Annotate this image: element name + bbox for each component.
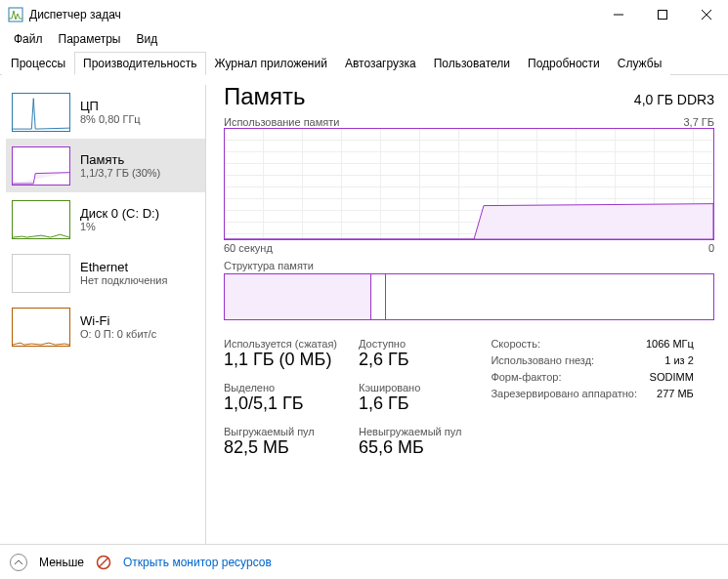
sidebar-item-disk[interactable]: Диск 0 (C: D:)1% bbox=[6, 192, 205, 246]
eth-title: Ethernet bbox=[80, 260, 167, 274]
tab-services[interactable]: Службы bbox=[609, 52, 670, 75]
tabs: Процессы Производительность Журнал прило… bbox=[0, 51, 728, 75]
comp-label: Структура памяти bbox=[224, 260, 314, 271]
close-button[interactable] bbox=[684, 0, 728, 29]
slots-val: 1 из 2 bbox=[664, 354, 694, 366]
memory-composition bbox=[224, 273, 714, 320]
sidebar: ЦП8% 0,80 ГГц Память1,1/3,7 ГБ (30%) Дис… bbox=[0, 75, 205, 554]
usage-label: Использование памяти bbox=[224, 116, 339, 128]
spec-table: Скорость:1066 МГц Использовано гнезд:1 и… bbox=[491, 338, 693, 458]
slots-label: Использовано гнезд: bbox=[491, 354, 594, 366]
tab-users[interactable]: Пользователи bbox=[425, 52, 519, 75]
tab-apphistory[interactable]: Журнал приложений bbox=[206, 52, 336, 75]
nonpaged-val: 65,6 МБ bbox=[359, 437, 461, 458]
page-title: Память bbox=[224, 83, 306, 110]
memory-sub: 1,1/3,7 ГБ (30%) bbox=[80, 167, 160, 179]
footer: Меньше Открыть монитор ресурсов bbox=[0, 544, 728, 579]
titlebar: Диспетчер задач bbox=[0, 0, 728, 29]
menu-options[interactable]: Параметры bbox=[53, 30, 127, 48]
paged-label: Выгружаемый пул bbox=[224, 426, 337, 437]
svg-rect-2 bbox=[658, 11, 666, 20]
tab-processes[interactable]: Процессы bbox=[2, 52, 74, 75]
committed-val: 1,0/5,1 ГБ bbox=[224, 393, 337, 414]
sidebar-item-wifi[interactable]: Wi-FiО: 0 П: 0 кбит/с bbox=[6, 300, 205, 353]
avail-label: Доступно bbox=[359, 338, 461, 350]
disk-title: Диск 0 (C: D:) bbox=[80, 206, 159, 221]
wifi-title: Wi-Fi bbox=[80, 313, 156, 328]
menu-view[interactable]: Вид bbox=[130, 30, 163, 48]
hw-label: Зарезервировано аппаратно: bbox=[491, 388, 637, 399]
resource-monitor-icon bbox=[96, 555, 111, 570]
inuse-label: Используется (сжатая) bbox=[224, 338, 337, 350]
hw-val: 277 МБ bbox=[657, 388, 694, 399]
sidebar-item-ethernet[interactable]: EthernetНет подключения bbox=[6, 246, 205, 300]
comp-inuse bbox=[225, 274, 371, 319]
cpu-title: ЦП bbox=[80, 99, 141, 113]
xaxis-right: 0 bbox=[708, 242, 714, 254]
window-title: Диспетчер задач bbox=[29, 8, 596, 21]
fewer-details-link[interactable]: Меньше bbox=[39, 556, 84, 569]
tab-details[interactable]: Подробности bbox=[519, 52, 609, 75]
menubar: Файл Параметры Вид bbox=[0, 29, 728, 49]
speed-label: Скорость: bbox=[491, 338, 540, 350]
minimize-button[interactable] bbox=[596, 0, 640, 29]
avail-val: 2,6 ГБ bbox=[359, 350, 461, 370]
tab-performance[interactable]: Производительность bbox=[74, 52, 205, 75]
form-val: SODIMM bbox=[650, 371, 694, 383]
sidebar-item-memory[interactable]: Память1,1/3,7 ГБ (30%) bbox=[6, 139, 205, 192]
committed-label: Выделено bbox=[224, 382, 337, 393]
fewer-details-icon[interactable] bbox=[10, 554, 27, 571]
maximize-button[interactable] bbox=[640, 0, 684, 29]
tab-startup[interactable]: Автозагрузка bbox=[336, 52, 425, 75]
eth-sub: Нет подключения bbox=[80, 274, 167, 286]
comp-standby bbox=[386, 274, 713, 319]
speed-val: 1066 МГц bbox=[646, 338, 694, 350]
xaxis-left: 60 секунд bbox=[224, 242, 273, 254]
wifi-sub: О: 0 П: 0 кбит/с bbox=[80, 328, 156, 340]
taskmgr-icon bbox=[8, 7, 23, 22]
disk-sub: 1% bbox=[80, 221, 159, 232]
usage-max: 3,7 ГБ bbox=[683, 116, 714, 128]
memory-usage-chart bbox=[224, 128, 714, 240]
cpu-sub: 8% 0,80 ГГц bbox=[80, 113, 141, 125]
main-panel: Память 4,0 ГБ DDR3 Использование памяти … bbox=[206, 75, 728, 554]
comp-modified bbox=[371, 274, 386, 319]
paged-val: 82,5 МБ bbox=[224, 437, 337, 458]
svg-line-6 bbox=[99, 558, 108, 567]
menu-file[interactable]: Файл bbox=[8, 30, 49, 48]
nonpaged-label: Невыгружаемый пул bbox=[359, 426, 461, 437]
cached-label: Кэшировано bbox=[359, 382, 461, 393]
memory-total: 4,0 ГБ DDR3 bbox=[634, 92, 714, 107]
cached-val: 1,6 ГБ bbox=[359, 393, 461, 414]
open-resource-monitor-link[interactable]: Открыть монитор ресурсов bbox=[123, 556, 272, 569]
memory-title: Память bbox=[80, 152, 160, 167]
form-label: Форм-фактор: bbox=[491, 371, 561, 383]
sidebar-item-cpu[interactable]: ЦП8% 0,80 ГГц bbox=[6, 85, 205, 139]
inuse-val: 1,1 ГБ (0 МБ) bbox=[224, 350, 337, 370]
